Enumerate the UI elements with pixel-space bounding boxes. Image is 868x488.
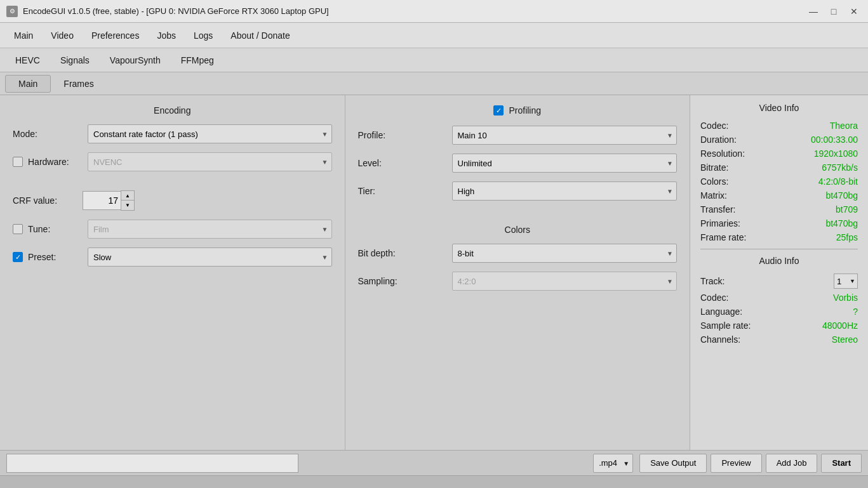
- submenu-signals[interactable]: Signals: [50, 52, 100, 69]
- video-duration-value: 00:00:33.00: [811, 135, 858, 145]
- tier-row: Tier: High Main ▼: [358, 181, 678, 201]
- crf-down-button[interactable]: ▼: [121, 201, 134, 210]
- sub-menu-bar: HEVC Signals VapourSynth FFMpeg: [0, 48, 868, 72]
- video-primaries-value: bt470bg: [825, 218, 858, 228]
- mode-label: Mode:: [13, 129, 83, 139]
- audio-info-title: Audio Info: [700, 256, 858, 266]
- crf-input-group: ▲ ▼: [83, 190, 135, 211]
- sampling-row: Sampling: 4:2:0 ▼: [358, 272, 678, 291]
- audio-channels-value: Stereo: [832, 334, 858, 345]
- add-job-button[interactable]: Add Job: [766, 454, 818, 473]
- video-colors-value: 4:2:0/8-bit: [818, 176, 858, 187]
- bitdepth-select[interactable]: 8-bit 10-bit: [452, 244, 678, 263]
- audio-samplerate-row: Sample rate: 48000Hz: [700, 320, 858, 331]
- audio-samplerate-label: Sample rate:: [700, 320, 751, 331]
- tier-label: Tier:: [358, 186, 447, 196]
- tab-frames[interactable]: Frames: [51, 76, 106, 92]
- preview-button[interactable]: Preview: [711, 454, 761, 473]
- video-codec-label: Codec:: [700, 121, 728, 131]
- window-title: EncodeGUI v1.0.5 (free, stable) - [GPU 0…: [23, 6, 329, 16]
- minimize-button[interactable]: —: [806, 4, 821, 19]
- mode-select[interactable]: Constant rate factor (1 pass) 2 pass Bit…: [88, 124, 332, 143]
- profile-select-wrapper: Main 10 Main High ▼: [452, 126, 678, 145]
- tier-select[interactable]: High Main: [452, 181, 678, 201]
- audio-track-row: Track: 1 2 ▼: [700, 274, 858, 289]
- video-transfer-value: bt709: [836, 204, 858, 214]
- menu-video[interactable]: Video: [42, 27, 83, 44]
- crf-row: CRF value: ▲ ▼: [13, 190, 332, 211]
- preset-label: Preset:: [28, 252, 56, 262]
- mode-row: Mode: Constant rate factor (1 pass) 2 pa…: [13, 124, 332, 143]
- level-row: Level: Unlimited 3.0 4.0 4.1 5.0 ▼: [358, 154, 678, 173]
- submenu-hevc[interactable]: HEVC: [5, 52, 50, 69]
- submenu-ffmpeg[interactable]: FFMpeg: [171, 52, 224, 69]
- profiling-checkbox[interactable]: [493, 105, 504, 115]
- video-bitrate-value: 6757kb/s: [822, 162, 858, 173]
- preset-select-wrapper: Slow Medium Fast VerySlow ▼: [88, 247, 332, 267]
- video-resolution-label: Resolution:: [700, 148, 745, 159]
- tab-main[interactable]: Main: [5, 75, 51, 93]
- bitdepth-select-wrapper: 8-bit 10-bit ▼: [452, 244, 678, 263]
- audio-codec-value: Vorbis: [833, 293, 858, 303]
- audio-channels-label: Channels:: [700, 334, 740, 345]
- bitdepth-row: Bit depth: 8-bit 10-bit ▼: [358, 244, 678, 263]
- video-colors-row: Colors: 4:2:0/8-bit: [700, 176, 858, 187]
- video-primaries-row: Primaries: bt470bg: [700, 218, 858, 228]
- preset-checkbox-row: Preset:: [13, 252, 83, 262]
- preset-checkbox[interactable]: [13, 252, 23, 262]
- menu-jobs[interactable]: Jobs: [148, 27, 185, 44]
- video-matrix-value: bt470bg: [825, 190, 858, 201]
- tune-select[interactable]: Film Animation Grain: [88, 220, 332, 239]
- video-framerate-row: Frame rate: 25fps: [700, 232, 858, 242]
- status-bar: [0, 475, 868, 488]
- video-codec-value: Theora: [830, 121, 858, 131]
- close-button[interactable]: ✕: [846, 4, 862, 19]
- audio-language-label: Language:: [700, 307, 742, 317]
- format-select[interactable]: .mp4 .mkv .mov: [593, 454, 633, 473]
- preset-select[interactable]: Slow Medium Fast VerySlow: [88, 247, 332, 267]
- audio-channels-row: Channels: Stereo: [700, 334, 858, 345]
- video-primaries-label: Primaries:: [700, 218, 740, 228]
- video-transfer-row: Transfer: bt709: [700, 204, 858, 214]
- profile-label: Profile:: [358, 130, 447, 140]
- tab-bar: Main Frames: [0, 72, 868, 95]
- video-bitrate-row: Bitrate: 6757kb/s: [700, 162, 858, 173]
- hardware-checkbox[interactable]: [13, 157, 23, 167]
- title-bar-left: ⚙ EncodeGUI v1.0.5 (free, stable) - [GPU…: [6, 6, 329, 17]
- video-codec-row: Codec: Theora: [700, 121, 858, 131]
- level-select-wrapper: Unlimited 3.0 4.0 4.1 5.0 ▼: [452, 154, 678, 173]
- preset-row: Preset: Slow Medium Fast VerySlow ▼: [13, 247, 332, 267]
- profile-row: Profile: Main 10 Main High ▼: [358, 126, 678, 145]
- menu-logs[interactable]: Logs: [185, 27, 222, 44]
- video-framerate-label: Frame rate:: [700, 232, 746, 242]
- output-path-input[interactable]: [6, 454, 298, 473]
- tune-select-wrapper: Film Animation Grain ▼: [88, 220, 332, 239]
- mode-select-wrapper: Constant rate factor (1 pass) 2 pass Bit…: [88, 124, 332, 143]
- maximize-button[interactable]: □: [826, 4, 841, 19]
- start-button[interactable]: Start: [821, 454, 862, 473]
- sampling-select-wrapper: 4:2:0 ▼: [452, 272, 678, 291]
- level-label: Level:: [358, 158, 447, 168]
- menu-preferences[interactable]: Preferences: [83, 27, 148, 44]
- tune-checkbox[interactable]: [13, 224, 23, 234]
- hardware-select[interactable]: NVENC: [88, 152, 332, 171]
- video-bitrate-label: Bitrate:: [700, 162, 728, 173]
- video-duration-row: Duration: 00:00:33.00: [700, 135, 858, 145]
- level-select[interactable]: Unlimited 3.0 4.0 4.1 5.0: [452, 154, 678, 173]
- menu-main[interactable]: Main: [5, 27, 42, 44]
- bitdepth-label: Bit depth:: [358, 248, 447, 258]
- crf-up-button[interactable]: ▲: [121, 191, 134, 201]
- sampling-select[interactable]: 4:2:0: [452, 272, 678, 291]
- video-resolution-row: Resolution: 1920x1080: [700, 148, 858, 159]
- video-info-title: Video Info: [700, 103, 858, 113]
- video-transfer-label: Transfer:: [700, 204, 736, 214]
- save-output-button[interactable]: Save Output: [639, 454, 707, 473]
- audio-language-row: Language: ?: [700, 307, 858, 317]
- menu-about[interactable]: About / Donate: [222, 27, 298, 44]
- crf-input[interactable]: [83, 191, 121, 210]
- audio-track-select[interactable]: 1 2: [834, 274, 858, 289]
- audio-codec-label: Codec:: [700, 293, 728, 303]
- profile-select[interactable]: Main 10 Main High: [452, 126, 678, 145]
- submenu-vapoursynth[interactable]: VapourSynth: [100, 52, 171, 69]
- hardware-label: Hardware:: [28, 157, 69, 167]
